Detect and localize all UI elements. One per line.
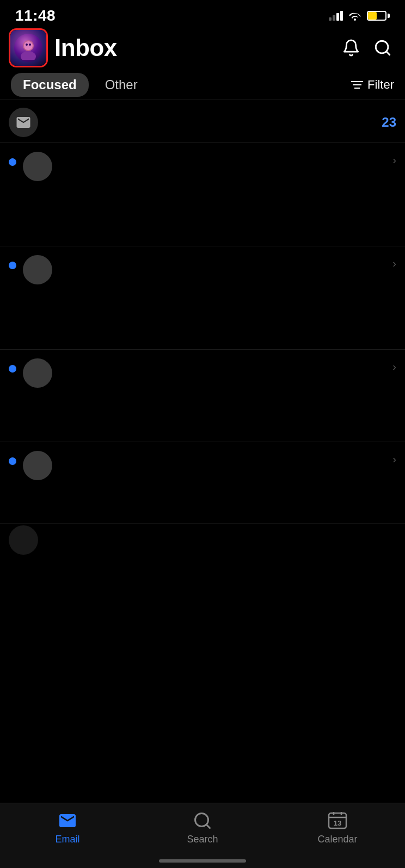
email-content-3 bbox=[60, 358, 389, 363]
chevron-right-3: › bbox=[392, 361, 396, 373]
status-bar: 11:48 bbox=[0, 0, 405, 28]
wifi-icon bbox=[348, 11, 361, 21]
email-content-1 bbox=[60, 152, 389, 156]
calendar-tab-icon: 13 bbox=[328, 811, 347, 830]
svg-line-6 bbox=[386, 52, 390, 55]
unread-dot-4 bbox=[9, 457, 16, 465]
status-icons bbox=[329, 11, 390, 21]
tab-bar: Focused Other Filter bbox=[0, 70, 405, 100]
partial-email-item[interactable] bbox=[0, 523, 405, 556]
svg-point-3 bbox=[26, 44, 28, 46]
inbox-group-icon bbox=[9, 108, 38, 137]
section-header: 23 bbox=[0, 100, 405, 142]
profile-avatar bbox=[14, 34, 42, 62]
search-tab-label: Search bbox=[187, 834, 218, 845]
bottom-tab-bar: Email Search 13 Calendar bbox=[0, 803, 405, 868]
status-time: 11:48 bbox=[15, 7, 56, 24]
email-avatar-4 bbox=[23, 451, 52, 480]
filter-button[interactable]: Filter bbox=[351, 78, 394, 92]
email-content-4 bbox=[60, 451, 389, 455]
main-content: Inbox Focused Other Filter bbox=[0, 28, 405, 803]
unread-dot-3 bbox=[9, 365, 16, 373]
search-icon[interactable] bbox=[373, 39, 392, 57]
email-item-1[interactable]: › bbox=[0, 142, 405, 202]
email-item-4[interactable]: › bbox=[0, 442, 405, 501]
chevron-right-2: › bbox=[392, 257, 396, 270]
filter-icon bbox=[351, 80, 363, 90]
notification-icon[interactable] bbox=[342, 39, 360, 57]
chevron-right-1: › bbox=[392, 154, 396, 166]
svg-point-2 bbox=[24, 41, 33, 50]
avatar bbox=[10, 30, 46, 66]
email-avatar-3 bbox=[23, 358, 52, 388]
filter-label: Filter bbox=[367, 78, 394, 92]
tab-email[interactable]: Email bbox=[0, 811, 135, 845]
unread-dot-1 bbox=[9, 158, 16, 166]
svg-point-4 bbox=[29, 44, 31, 46]
email-item-3[interactable]: › bbox=[0, 349, 405, 409]
home-indicator bbox=[159, 859, 246, 863]
unread-count: 23 bbox=[382, 115, 396, 130]
tab-other[interactable]: Other bbox=[93, 73, 150, 97]
tab-search[interactable]: Search bbox=[135, 811, 270, 845]
email-tab-label: Email bbox=[55, 834, 79, 845]
email-avatar-2 bbox=[23, 255, 52, 284]
calendar-tab-label: Calendar bbox=[317, 834, 357, 845]
chevron-right-4: › bbox=[392, 453, 396, 466]
unread-dot-2 bbox=[9, 262, 16, 269]
header-actions bbox=[342, 39, 392, 57]
tab-calendar[interactable]: 13 Calendar bbox=[270, 811, 405, 845]
tab-focused[interactable]: Focused bbox=[11, 73, 89, 97]
avatar-image bbox=[16, 36, 40, 60]
email-tab-icon bbox=[58, 811, 77, 830]
page-title: Inbox bbox=[54, 34, 335, 61]
search-tab-icon bbox=[193, 811, 212, 830]
battery-icon bbox=[367, 11, 390, 21]
partial-avatar bbox=[9, 525, 38, 555]
email-item-2[interactable]: › bbox=[0, 246, 405, 306]
avatar-wrapper[interactable] bbox=[9, 28, 48, 67]
svg-text:13: 13 bbox=[334, 819, 341, 827]
svg-point-1 bbox=[21, 51, 36, 60]
email-avatar-1 bbox=[23, 152, 52, 181]
mail-icon bbox=[15, 114, 32, 131]
email-content-2 bbox=[60, 255, 389, 259]
signal-icon bbox=[329, 11, 343, 21]
header: Inbox bbox=[0, 28, 405, 70]
svg-line-11 bbox=[206, 824, 210, 828]
